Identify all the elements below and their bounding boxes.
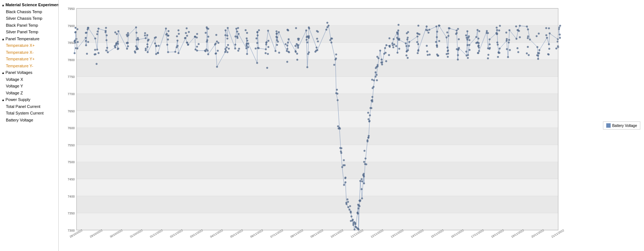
svg-point-205 <box>207 28 209 30</box>
svg-point-226 <box>227 44 229 46</box>
svg-point-386 <box>357 207 359 209</box>
svg-point-295 <box>295 51 297 53</box>
svg-point-610 <box>527 37 529 39</box>
svg-point-360 <box>346 203 347 205</box>
svg-point-481 <box>407 31 409 33</box>
sidebar-item-root[interactable]: ▲Material Science Experiment <box>0 1 58 8</box>
svg-point-229 <box>235 44 236 46</box>
svg-point-417 <box>369 115 371 116</box>
svg-point-76 <box>77 28 78 30</box>
sidebar-item-battery-voltage[interactable]: Battery Voltage <box>0 117 58 124</box>
sidebar-item-voltage-z[interactable]: Voltage Z <box>0 90 58 97</box>
svg-point-350 <box>341 147 342 149</box>
svg-point-436 <box>377 64 379 66</box>
svg-point-497 <box>426 50 428 52</box>
svg-point-314 <box>308 37 310 39</box>
svg-point-632 <box>548 48 550 50</box>
svg-point-124 <box>127 32 129 34</box>
svg-point-457 <box>393 44 395 45</box>
svg-point-324 <box>316 49 318 51</box>
svg-point-196 <box>205 50 206 52</box>
svg-point-280 <box>278 52 280 54</box>
sidebar-item-voltage-y[interactable]: Voltage Y <box>0 83 58 90</box>
svg-rect-1 <box>77 196 558 213</box>
sidebar-item-temp-yplus[interactable]: Temperature Y+ <box>0 56 58 63</box>
svg-point-447 <box>386 44 387 46</box>
svg-point-212 <box>216 41 218 42</box>
svg-point-317 <box>308 52 310 53</box>
sidebar-item-voltage-x[interactable]: Voltage X <box>0 76 58 83</box>
svg-point-569 <box>487 32 489 34</box>
svg-point-472 <box>405 45 407 47</box>
svg-point-293 <box>295 45 297 47</box>
svg-point-327 <box>325 29 327 31</box>
svg-point-81 <box>85 44 87 46</box>
svg-point-144 <box>146 34 148 36</box>
legend-color-box <box>606 123 611 128</box>
svg-point-194 <box>198 43 199 45</box>
svg-point-369 <box>350 216 352 217</box>
svg-point-341 <box>336 93 338 95</box>
svg-point-523 <box>447 53 449 55</box>
svg-point-427 <box>373 79 375 81</box>
svg-point-213 <box>216 66 218 68</box>
sidebar-item-silver-chassis-temp[interactable]: Silver Chassis Temp <box>0 15 58 22</box>
svg-point-71 <box>75 27 77 29</box>
sidebar-item-temp-yminus[interactable]: Temperature Y- <box>0 63 58 70</box>
svg-point-528 <box>456 30 457 31</box>
svg-point-537 <box>458 47 460 49</box>
sidebar-root-label: Material Science Experiment <box>5 3 59 7</box>
svg-point-167 <box>168 30 169 32</box>
svg-point-346 <box>339 128 341 130</box>
svg-point-404 <box>364 150 365 152</box>
svg-point-204 <box>207 53 209 55</box>
svg-point-251 <box>255 38 257 40</box>
svg-point-222 <box>227 35 228 37</box>
sidebar-item-temp-xplus[interactable]: Temperature X+ <box>0 42 58 49</box>
sidebar-item-total-system-current[interactable]: Total System Current <box>0 110 58 117</box>
sidebar-item-silver-panel-temp[interactable]: Silver Panel Temp <box>0 29 58 35</box>
svg-point-107 <box>114 31 116 33</box>
svg-point-292 <box>288 51 290 53</box>
svg-point-561 <box>478 45 480 46</box>
svg-point-416 <box>369 120 371 122</box>
svg-point-575 <box>489 47 491 49</box>
svg-point-466 <box>398 24 400 26</box>
svg-point-502 <box>429 54 431 56</box>
svg-point-362 <box>347 201 349 203</box>
svg-point-402 <box>363 183 365 184</box>
svg-point-285 <box>287 48 288 50</box>
svg-point-239 <box>245 29 247 31</box>
svg-point-567 <box>486 30 488 32</box>
svg-point-626 <box>545 34 547 36</box>
svg-point-171 <box>177 40 179 41</box>
svg-point-161 <box>166 33 168 35</box>
svg-point-103 <box>106 34 108 36</box>
sidebar-section-panel-temp[interactable]: ▲Panel Temperature <box>0 35 58 42</box>
svg-point-333 <box>331 42 332 44</box>
svg-point-202 <box>206 39 208 41</box>
sidebar-item-black-chassis-temp[interactable]: Black Chassis Temp <box>0 8 58 15</box>
svg-point-627 <box>546 37 548 39</box>
svg-point-484 <box>416 41 418 43</box>
main-chart: 7300735074007450750075507600765077007750… <box>59 0 644 251</box>
svg-point-165 <box>167 51 169 53</box>
sidebar-item-total-panel-current[interactable]: Total Panel Current <box>0 103 58 110</box>
chart-container[interactable]: 7300735074007450750075507600765077007750… <box>59 0 644 251</box>
svg-point-587 <box>498 52 500 54</box>
svg-point-538 <box>465 34 467 36</box>
svg-point-155 <box>155 45 157 47</box>
sidebar-item-temp-xminus[interactable]: Temperature X- <box>0 49 58 56</box>
svg-point-129 <box>135 26 137 28</box>
svg-point-299 <box>297 59 298 61</box>
svg-point-489 <box>417 43 419 45</box>
svg-point-419 <box>371 107 372 109</box>
svg-point-493 <box>419 33 420 35</box>
sidebar-item-black-panel-temp[interactable]: Black Panel Temp <box>0 22 58 29</box>
svg-point-113 <box>117 41 119 43</box>
svg-point-275 <box>276 44 278 46</box>
sidebar-section-panel-voltages[interactable]: ▲Panel Voltages <box>0 69 58 76</box>
sidebar-section-power-supply[interactable]: ▲Power Supply <box>0 96 58 103</box>
svg-point-469 <box>398 48 400 50</box>
svg-point-582 <box>497 44 498 46</box>
